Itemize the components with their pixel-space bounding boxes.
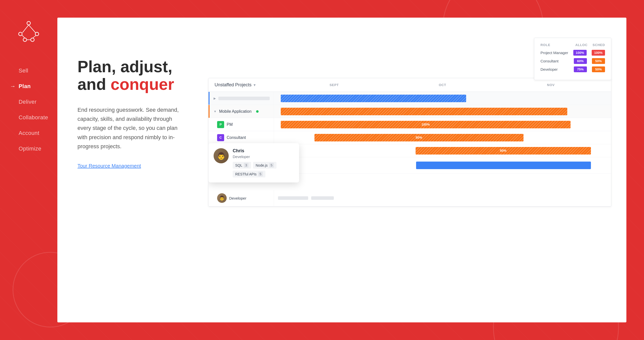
alloc-sched-header: SCHED <box>593 43 605 47</box>
alloc-header: ROLE ALLOC SCHED <box>540 43 605 47</box>
gantt-section-right <box>274 105 611 118</box>
alloc-pm-sched: 100% <box>592 50 605 56</box>
skill-nodejs-count: 5 <box>269 163 274 168</box>
gantt-title: Unstaffed Projects <box>215 82 252 88</box>
gantt-row-left-collapsed: ▶ <box>210 92 274 105</box>
pm-bar: 100% <box>281 121 571 128</box>
skill-sql-count: 3 <box>244 163 249 168</box>
nav-label-plan: Plan <box>19 83 31 90</box>
gantt-title-area: Unstaffed Projects ▾ <box>215 82 280 88</box>
alloc-developer-alloc: 75% <box>574 66 587 72</box>
main-nav: → Sell → Plan → Deliver → Collaborate → … <box>0 63 57 157</box>
gantt-section-mobile-app: ▼ Mobile Application <box>209 105 611 118</box>
section-status-dot <box>256 110 259 113</box>
month-nov: NOV <box>497 83 605 87</box>
sidebar-item-deliver[interactable]: → Deliver <box>10 94 57 110</box>
sidebar-item-sell[interactable]: → Sell <box>10 63 57 79</box>
consultant-row-left: C Consultant <box>210 131 274 144</box>
consultant-bar-label: 50% <box>416 136 422 139</box>
dev2-row-right <box>274 190 611 206</box>
gantt-section-left: ▼ Mobile Application <box>210 105 274 118</box>
nav-label-optimize: Optimize <box>19 145 41 152</box>
developer-bar-label: 50% <box>500 149 506 153</box>
app-logo[interactable] <box>17 20 40 43</box>
svg-point-0 <box>27 21 30 25</box>
person-popup: 👨 Chris Developer SQL 3 <box>209 143 299 182</box>
skill-nodejs: Node.js 5 <box>253 162 276 169</box>
alloc-role-developer: Developer <box>540 67 569 71</box>
nav-arrow-plan: → <box>10 83 16 90</box>
svg-line-6 <box>29 25 35 33</box>
gantt-row-consultant: C Consultant 50% <box>209 131 611 144</box>
dev2-placeholder-2 <box>311 196 334 200</box>
month-sept: SEPT <box>280 83 388 87</box>
pm-row-left: P PM <box>210 118 274 131</box>
sidebar-item-optimize[interactable]: → Optimize <box>10 141 57 157</box>
headline-line1: Plan, adjust, <box>77 58 172 76</box>
svg-point-4 <box>31 38 34 42</box>
gantt-row-right-collapsed <box>274 92 611 105</box>
section-arrow-icon[interactable]: ▼ <box>214 110 217 113</box>
headline-highlight: conquer <box>111 75 174 93</box>
skill-restful-name: RESTful APIs <box>235 172 257 176</box>
tour-resource-management-link[interactable]: Tour Resource Management <box>77 163 141 169</box>
alloc-pm-alloc: 100% <box>573 50 587 56</box>
pm-row-right: 100% <box>274 118 611 131</box>
placeholder-label-bar <box>218 97 270 100</box>
alloc-row-consultant: Consultant 60% 50% <box>540 58 605 64</box>
svg-point-2 <box>35 32 39 36</box>
alloc-role-pm: Project Manager <box>540 51 568 55</box>
pm-badge: P <box>217 121 224 128</box>
svg-point-3 <box>23 38 27 42</box>
ui-preview-section: ROLE ALLOC SCHED Project Manager 100% 10… <box>203 18 626 322</box>
consultant-bar: 50% <box>314 134 524 141</box>
svg-line-7 <box>22 35 25 38</box>
skill-nodejs-name: Node.js <box>256 163 267 167</box>
hero-section: Plan, adjust, and conquer End resourcing… <box>57 18 203 322</box>
svg-line-5 <box>22 25 29 33</box>
alloc-alloc-header: ALLOC <box>575 43 588 47</box>
gantt-chevron-icon[interactable]: ▾ <box>254 83 256 87</box>
gantt-chart: Unstaffed Projects ▾ SEPT OCT NOV <box>208 78 611 207</box>
alloc-row-developer: Developer 75% 50% <box>540 66 605 72</box>
consultant-badge: C <box>217 134 224 141</box>
person-popup-name: Chris <box>233 148 294 154</box>
hero-description: End resourcing guesswork. See demand, ca… <box>77 105 183 151</box>
pm-bar-label: 100% <box>421 123 430 126</box>
skill-sql: SQL 3 <box>233 162 251 169</box>
consultant-row-right: 50% <box>274 131 611 144</box>
gantt-header: Unstaffed Projects ▾ SEPT OCT NOV <box>209 78 611 92</box>
collapsed-bar <box>281 95 466 102</box>
month-oct: OCT <box>388 83 497 87</box>
svg-line-8 <box>32 35 36 38</box>
gantt-body: ▶ ▼ Mobile Application <box>209 92 611 206</box>
alloc-role-consultant: Consultant <box>540 59 569 63</box>
headline-line2: and <box>77 75 111 93</box>
ui-preview: ROLE ALLOC SCHED Project Manager 100% 10… <box>208 38 611 207</box>
person-popup-info: Chris Developer SQL 3 Node.js <box>233 148 294 177</box>
dev2-role-name: Developer <box>229 196 246 200</box>
section-label-mobile-app: Mobile Application <box>219 109 252 114</box>
sidebar: → Sell → Plan → Deliver → Collaborate → … <box>0 0 57 340</box>
dev2-placeholder-1 <box>278 196 308 200</box>
dev2-avatar: 👨 <box>217 193 227 203</box>
expand-arrow-icon[interactable]: ▶ <box>214 97 216 100</box>
gantt-row-pm: P PM 100% <box>209 118 611 131</box>
nav-label-collaborate: Collaborate <box>19 114 48 121</box>
skill-restful-count: 5 <box>258 172 263 176</box>
nav-label-deliver: Deliver <box>19 99 37 105</box>
alloc-consultant-alloc: 60% <box>574 58 587 64</box>
gantt-month-headers: SEPT OCT NOV <box>280 83 605 87</box>
person-popup-role: Developer <box>233 155 294 159</box>
person-popup-avatar: 👨 <box>214 148 229 163</box>
svg-point-1 <box>19 32 22 36</box>
alloc-developer-sched: 50% <box>592 66 605 72</box>
sidebar-item-collaborate[interactable]: → Collaborate <box>10 110 57 125</box>
chris-row-right <box>275 157 611 173</box>
sidebar-item-plan[interactable]: → Plan <box>10 79 57 94</box>
sidebar-item-account[interactable]: → Account <box>10 125 57 141</box>
gantt-row-dev2: 👨 Developer <box>209 190 611 206</box>
gantt-row-collapsed: ▶ <box>209 92 611 105</box>
skill-restful: RESTful APIs 5 <box>233 171 265 177</box>
nav-label-account: Account <box>19 130 39 136</box>
